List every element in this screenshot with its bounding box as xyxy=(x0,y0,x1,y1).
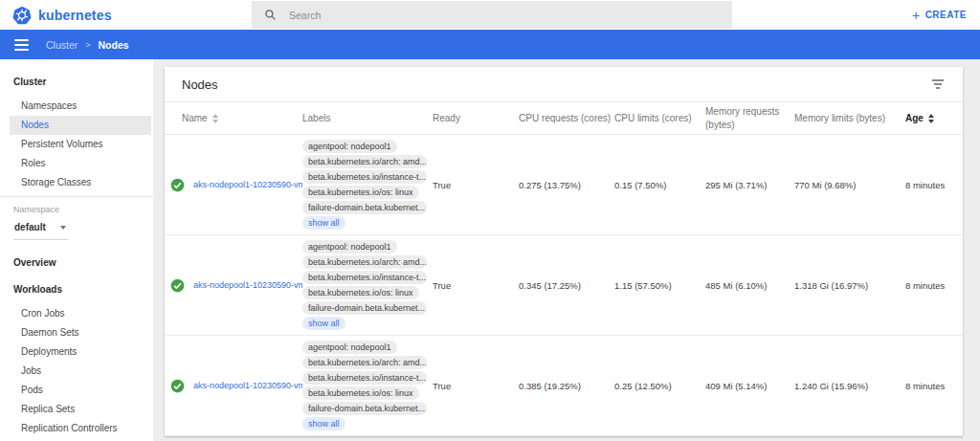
node-name-link[interactable]: aks-nodepool1-10230590-vm... xyxy=(193,180,302,189)
cpu-requests-cell: 0.275 (13.75%) xyxy=(519,180,614,190)
breadcrumb-current: Nodes xyxy=(99,39,129,51)
sidebar-item-namespaces[interactable]: Namespaces xyxy=(0,97,153,116)
filter-icon[interactable] xyxy=(927,75,948,94)
memory-limits-cell: 1.240 Gi (15.96%) xyxy=(794,381,905,391)
cpu-limits-cell: 1.15 (57.50%) xyxy=(614,280,705,291)
table-header-row: Name Labels Ready CPU requests (cores) C… xyxy=(165,101,963,135)
cpu-limits-cell: 0.15 (7.50%) xyxy=(614,180,705,190)
sidebar-item-storage-classes[interactable]: Storage Classes xyxy=(0,173,153,192)
namespace-selected-value: default xyxy=(14,222,46,232)
sidebar-header-cluster[interactable]: Cluster xyxy=(0,65,153,97)
show-all-link[interactable]: show all xyxy=(302,216,345,230)
sidebar-item-deployments[interactable]: Deployments xyxy=(0,342,153,362)
page-title: Nodes xyxy=(182,77,218,92)
show-all-link[interactable]: show all xyxy=(302,417,345,430)
memory-limits-cell: 1.318 Gi (16.97%) xyxy=(794,280,905,291)
sidebar-header-workloads[interactable]: Workloads xyxy=(0,276,153,304)
search-icon xyxy=(264,9,277,21)
content-area: Nodes Name Labels Ready CPU requests (co… xyxy=(153,59,980,441)
column-header-cpu-requests: CPU requests (cores) xyxy=(519,113,614,123)
nodes-card: Nodes Name Labels Ready CPU requests (co… xyxy=(165,67,963,436)
sort-icon xyxy=(212,114,218,123)
label-chip: beta.kubernetes.io/instance-t... xyxy=(302,371,427,385)
sidebar-item-jobs[interactable]: Jobs xyxy=(0,362,153,381)
plus-icon: + xyxy=(912,11,921,20)
brand-wordmark: kubernetes xyxy=(38,8,112,23)
sidebar-item-cron-jobs[interactable]: Cron Jobs xyxy=(0,304,153,323)
namespace-label: Namespace xyxy=(0,197,153,214)
label-chip: beta.kubernetes.io/arch: amd... xyxy=(302,255,427,269)
labels-cell: agentpool: nodepool1 beta.kubernetes.io/… xyxy=(302,240,433,330)
label-chip: beta.kubernetes.io/os: linux xyxy=(302,286,419,299)
breadcrumb-toolbar: Cluster > Nodes xyxy=(0,30,980,59)
label-chip: beta.kubernetes.io/instance-t... xyxy=(302,170,427,184)
age-cell: 8 minutes xyxy=(905,381,963,391)
ready-cell: True xyxy=(433,381,519,391)
label-chip: failure-domain.beta.kubernet... xyxy=(302,301,427,315)
column-header-name[interactable]: Name xyxy=(165,113,302,123)
breadcrumb-cluster[interactable]: Cluster xyxy=(46,39,78,51)
menu-icon[interactable] xyxy=(14,39,29,51)
column-header-ready: Ready xyxy=(433,113,519,123)
labels-cell: agentpool: nodepool1 beta.kubernetes.io/… xyxy=(302,341,433,430)
namespace-selector[interactable]: default xyxy=(13,222,68,240)
label-chip: beta.kubernetes.io/instance-t... xyxy=(302,271,427,284)
label-chip: agentpool: nodepool1 xyxy=(302,140,397,153)
cpu-requests-cell: 0.345 (17.25%) xyxy=(519,280,614,291)
label-chip: agentpool: nodepool1 xyxy=(302,240,397,254)
status-ok-icon xyxy=(170,178,185,192)
table-row: aks-nodepool1-10230590-vm... agentpool: … xyxy=(165,135,963,235)
node-name-link[interactable]: aks-nodepool1-10230590-vm... xyxy=(193,280,302,290)
create-button-label: CREATE xyxy=(925,10,967,20)
sidebar-item-overview[interactable]: Overview xyxy=(0,240,153,276)
table-row: aks-nodepool1-10230590-vm... agentpool: … xyxy=(165,235,963,336)
column-header-memory-limits: Memory limits (bytes) xyxy=(794,113,905,123)
memory-requests-cell: 485 Mi (6.10%) xyxy=(705,280,794,291)
label-chip: beta.kubernetes.io/os: linux xyxy=(302,386,419,400)
memory-requests-cell: 295 Mi (3.71%) xyxy=(705,180,794,190)
status-ok-icon xyxy=(170,278,185,293)
ready-cell: True xyxy=(433,180,519,190)
cpu-limits-cell: 0.25 (12.50%) xyxy=(614,381,705,391)
chevron-right-icon: > xyxy=(85,40,90,50)
cpu-requests-cell: 0.385 (19.25%) xyxy=(519,381,614,391)
node-name-link[interactable]: aks-nodepool1-10230590-vm... xyxy=(193,381,302,390)
memory-requests-cell: 409 Mi (5.14%) xyxy=(705,381,794,391)
column-header-cpu-limits: CPU limits (cores) xyxy=(614,113,705,123)
sidebar-nav: Cluster Namespaces Nodes Persistent Volu… xyxy=(0,59,153,441)
search-input[interactable] xyxy=(287,9,651,22)
chevron-down-icon xyxy=(60,226,66,230)
ready-cell: True xyxy=(433,280,519,291)
memory-limits-cell: 770 Mi (9.68%) xyxy=(794,180,905,190)
sidebar-item-daemon-sets[interactable]: Daemon Sets xyxy=(0,323,153,342)
label-chip: failure-domain.beta.kubernet... xyxy=(302,402,427,415)
age-cell: 8 minutes xyxy=(905,180,963,190)
kubernetes-logo-icon xyxy=(12,6,32,25)
label-chip: beta.kubernetes.io/arch: amd... xyxy=(302,155,427,168)
status-ok-icon xyxy=(170,379,185,393)
breadcrumb: Cluster > Nodes xyxy=(46,39,129,51)
sidebar-item-pods[interactable]: Pods xyxy=(0,381,153,400)
column-header-labels: Labels xyxy=(302,113,433,123)
global-search[interactable] xyxy=(252,1,732,29)
sidebar-item-replication-controllers[interactable]: Replication Controllers xyxy=(0,419,153,438)
label-chip: failure-domain.beta.kubernet... xyxy=(302,201,427,214)
sidebar-item-roles[interactable]: Roles xyxy=(0,154,153,173)
labels-cell: agentpool: nodepool1 beta.kubernetes.io/… xyxy=(302,140,433,230)
column-header-age[interactable]: Age xyxy=(905,113,963,123)
create-button[interactable]: + CREATE xyxy=(912,0,967,30)
sidebar-item-replica-sets[interactable]: Replica Sets xyxy=(0,400,153,419)
kubernetes-brand[interactable]: kubernetes xyxy=(0,6,112,25)
sort-icon xyxy=(928,114,934,123)
show-all-link[interactable]: show all xyxy=(302,317,345,330)
column-header-memory-requests: Memory requests (bytes) xyxy=(705,105,794,131)
sidebar-item-persistent-volumes[interactable]: Persistent Volumes xyxy=(0,135,153,154)
sidebar-item-nodes[interactable]: Nodes xyxy=(10,116,151,135)
label-chip: agentpool: nodepool1 xyxy=(302,341,397,354)
label-chip: beta.kubernetes.io/arch: amd... xyxy=(302,356,427,369)
age-cell: 8 minutes xyxy=(905,280,963,291)
table-row: aks-nodepool1-10230590-vm... agentpool: … xyxy=(165,336,963,436)
top-app-bar: kubernetes + CREATE xyxy=(0,0,980,30)
label-chip: beta.kubernetes.io/os: linux xyxy=(302,186,419,199)
